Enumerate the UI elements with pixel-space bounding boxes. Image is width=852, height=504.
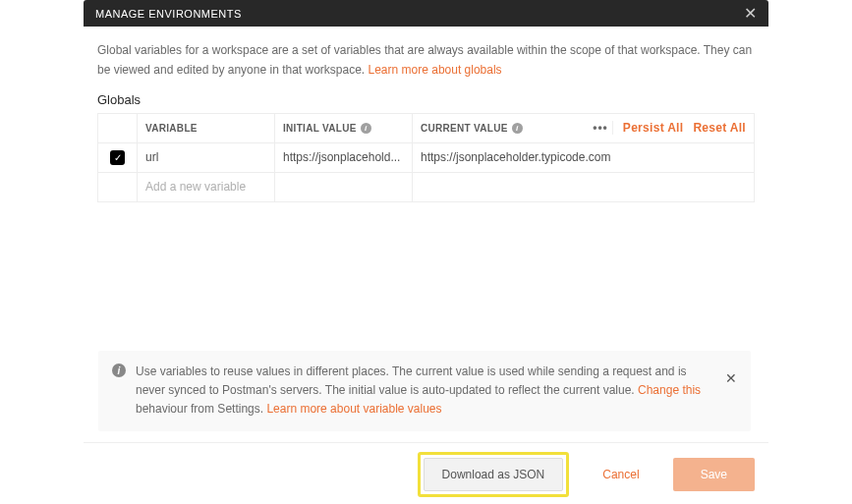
description-text: Global variables for a workspace are a s… [97, 40, 755, 81]
variable-name-value: url [145, 150, 266, 164]
header-variable: VARIABLE [138, 114, 275, 142]
globals-table: VARIABLE INITIAL VALUEi CURRENT VALUEi •… [97, 113, 755, 202]
row-checkbox-cell[interactable]: ✓ [98, 143, 138, 172]
info-icon[interactable]: i [512, 123, 523, 134]
header-current: CURRENT VALUEi [413, 114, 577, 142]
modal-footer: Download as JSON Cancel Save [84, 452, 768, 497]
globals-section-title: Globals [97, 92, 755, 107]
table-row-new[interactable]: Add a new variable [98, 173, 754, 202]
new-initial-cell[interactable] [275, 173, 413, 201]
hint-panel: i Use variables to reuse values in diffe… [98, 351, 751, 431]
modal-body: Global variables for a workspace are a s… [84, 27, 768, 216]
new-current-cell[interactable] [413, 173, 754, 201]
manage-environments-modal: MANAGE ENVIRONMENTS ✕ Global variables f… [84, 0, 768, 216]
close-icon[interactable]: ✕ [725, 370, 737, 386]
learn-more-globals-link[interactable]: Learn more about globals [369, 63, 502, 77]
footer-divider [84, 442, 768, 443]
change-this-link[interactable]: Change this [638, 383, 701, 397]
variable-name-cell[interactable]: url [138, 143, 275, 172]
current-value-cell[interactable]: https://jsonplaceholder.typicode.com [413, 143, 754, 172]
header-actions: ••• Persist All Reset All [577, 114, 754, 142]
current-value-text: https://jsonplaceholder.typicode.com [421, 150, 746, 164]
header-initial-label: INITIAL VALUE [283, 123, 357, 134]
table-row[interactable]: ✓ url https://jsonplacehold... https://j… [98, 143, 754, 173]
checkbox-checked-icon[interactable]: ✓ [110, 150, 125, 165]
initial-value-text: https://jsonplacehold... [283, 150, 404, 164]
header-variable-label: VARIABLE [145, 123, 198, 134]
hint-text-1: Use variables to reuse values in differe… [136, 364, 687, 397]
save-button[interactable]: Save [673, 458, 755, 491]
info-icon: i [112, 364, 126, 377]
header-current-label: CURRENT VALUE [421, 123, 508, 134]
row-checkbox-empty [98, 173, 138, 201]
header-checkbox-cell [98, 114, 138, 142]
cancel-button[interactable]: Cancel [585, 458, 656, 491]
reset-all-button[interactable]: Reset All [693, 121, 746, 135]
table-header-row: VARIABLE INITIAL VALUEi CURRENT VALUEi •… [98, 114, 754, 143]
header-initial: INITIAL VALUEi [275, 114, 413, 142]
info-icon[interactable]: i [361, 123, 371, 134]
hint-text: Use variables to reuse values in differe… [136, 363, 713, 420]
initial-value-cell[interactable]: https://jsonplacehold... [275, 143, 413, 172]
hint-text-2: behaviour from Settings. [136, 402, 266, 416]
close-icon[interactable]: ✕ [744, 6, 757, 22]
persist-all-button[interactable]: Persist All [623, 121, 684, 135]
modal-header: MANAGE ENVIRONMENTS ✕ [84, 0, 768, 27]
learn-more-values-link[interactable]: Learn more about variable values [266, 402, 441, 416]
modal-title: MANAGE ENVIRONMENTS [95, 8, 242, 20]
download-json-button[interactable]: Download as JSON [424, 458, 564, 491]
add-variable-placeholder: Add a new variable [145, 180, 246, 194]
add-variable-input[interactable]: Add a new variable [138, 173, 275, 201]
more-actions-icon[interactable]: ••• [593, 121, 613, 135]
download-highlight: Download as JSON [418, 452, 570, 497]
